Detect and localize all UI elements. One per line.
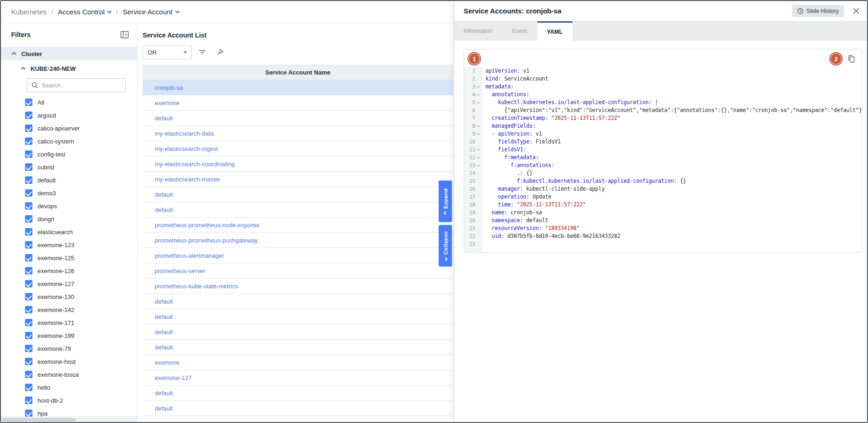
namespace-checkbox-item[interactable]: exemone-tosca	[25, 368, 137, 381]
tab-information[interactable]: Information	[454, 21, 502, 41]
service-account-row[interactable]: my-elasticsearch-ingest	[143, 141, 453, 156]
fold-chevron-icon[interactable]	[475, 133, 481, 135]
close-panel-button[interactable]	[851, 6, 861, 16]
checkbox-checked-icon[interactable]	[25, 267, 32, 274]
service-account-row[interactable]: my-elasticsearch-master	[143, 172, 453, 187]
service-account-row[interactable]: prometheus-prometheus-node-exporter	[143, 218, 453, 233]
namespace-checkbox-item[interactable]: default	[25, 174, 137, 187]
service-account-row[interactable]: exemone	[143, 95, 453, 111]
checkbox-checked-icon[interactable]	[25, 397, 32, 404]
sidebar-horizontal-scrollbar[interactable]	[1, 417, 137, 422]
filter-button[interactable]	[195, 45, 209, 59]
namespace-checkbox-item[interactable]: exemone-171	[25, 316, 137, 329]
checkbox-checked-icon[interactable]	[25, 254, 32, 261]
collapse-sidebar-button[interactable]	[120, 30, 130, 39]
checkbox-checked-icon[interactable]	[25, 176, 32, 184]
checkbox-checked-icon[interactable]	[25, 358, 32, 365]
service-account-row[interactable]: default	[143, 187, 453, 202]
checkbox-checked-icon[interactable]	[25, 99, 32, 106]
service-account-row[interactable]: default	[143, 111, 453, 126]
fold-chevron-icon[interactable]	[475, 94, 481, 95]
namespace-checkbox-item[interactable]: exemone-199	[25, 329, 137, 342]
namespace-checkbox-item[interactable]: host-db-2	[25, 394, 137, 407]
namespace-checkbox-item[interactable]: cubrid	[25, 161, 137, 174]
checkbox-checked-icon[interactable]	[25, 124, 32, 132]
service-account-row[interactable]: prometheus-alertmanager	[143, 248, 453, 263]
service-account-row[interactable]: default	[143, 202, 453, 218]
fold-chevron-icon[interactable]	[475, 157, 481, 158]
namespace-checkbox-item[interactable]: All	[25, 96, 137, 109]
namespace-checkbox-item[interactable]: calico-system	[25, 135, 137, 148]
checkbox-checked-icon[interactable]	[25, 137, 32, 145]
fold-chevron-icon[interactable]	[475, 125, 481, 127]
service-account-row[interactable]: default	[143, 401, 453, 416]
namespace-checkbox-item[interactable]: demo3	[25, 187, 137, 199]
scrollbar-thumb[interactable]	[2, 418, 76, 422]
service-account-row[interactable]: default	[143, 294, 453, 309]
checkbox-checked-icon[interactable]	[25, 150, 32, 158]
tree-node-kube-240-new[interactable]: KUBE-240-NEW	[1, 62, 137, 75]
breadcrumb-item-access-control[interactable]: Access Control	[58, 8, 112, 16]
checkbox-checked-icon[interactable]	[25, 215, 32, 223]
search-input[interactable]	[42, 82, 116, 89]
service-account-row[interactable]: default	[143, 386, 453, 401]
namespace-checkbox-item[interactable]: hello	[25, 381, 137, 394]
checkbox-checked-icon[interactable]	[25, 228, 32, 236]
service-account-row[interactable]: my-elasticsearch-data	[143, 126, 453, 141]
checkbox-checked-icon[interactable]	[25, 332, 32, 339]
tab-event[interactable]: Event	[502, 21, 537, 41]
checkbox-checked-icon[interactable]	[25, 345, 32, 352]
namespace-checkbox-item[interactable]: exemone-126	[25, 264, 137, 277]
service-account-row[interactable]: prometheus-prometheus-pushgateway	[143, 233, 453, 248]
namespace-checkbox-item[interactable]: exemone-125	[25, 251, 137, 264]
breadcrumb-root[interactable]: Kubernetes	[11, 8, 47, 16]
checkbox-checked-icon[interactable]	[25, 384, 32, 391]
service-account-row[interactable]: default	[143, 309, 453, 324]
service-account-row[interactable]: default	[143, 324, 453, 340]
service-account-row[interactable]: exemone	[143, 355, 453, 370]
fold-chevron-icon[interactable]	[475, 102, 481, 103]
filter-operator-select[interactable]: OR	[143, 45, 192, 59]
yaml-editor[interactable]: 1apiVersion: v12kind: ServiceAccount3met…	[464, 67, 862, 252]
namespace-checkbox-item[interactable]: exemone-142	[25, 303, 137, 316]
checkbox-checked-icon[interactable]	[25, 241, 32, 249]
namespace-checkbox-item[interactable]: calico-apiserver	[25, 122, 137, 135]
checkbox-checked-icon[interactable]	[25, 410, 32, 417]
namespace-checkbox-item[interactable]: config-test	[25, 148, 137, 161]
namespace-checkbox-item[interactable]: argocd	[25, 109, 137, 122]
service-account-row[interactable]: my-elasticsearch-coordinating	[143, 156, 453, 172]
service-account-row[interactable]: exemone-127	[143, 370, 453, 386]
checkbox-checked-icon[interactable]	[25, 293, 32, 300]
checkbox-checked-icon[interactable]	[25, 163, 32, 171]
checkbox-checked-icon[interactable]	[25, 280, 32, 287]
service-account-row[interactable]: cronjob-sa	[143, 80, 453, 95]
collapse-button[interactable]: Collapse	[439, 225, 452, 267]
checkbox-checked-icon[interactable]	[25, 319, 32, 326]
namespace-checkbox-item[interactable]: devops	[25, 199, 137, 212]
namespace-checkbox-item[interactable]: exemone-123	[25, 238, 137, 251]
slide-history-button[interactable]: Slide History	[792, 5, 844, 17]
fold-chevron-icon[interactable]	[475, 86, 481, 87]
service-account-row[interactable]: prometheus-kube-state-metrics	[143, 279, 453, 294]
pin-button[interactable]	[213, 45, 227, 59]
checkbox-checked-icon[interactable]	[25, 306, 32, 313]
checkbox-checked-icon[interactable]	[25, 202, 32, 210]
service-account-row[interactable]: default	[143, 340, 453, 355]
breadcrumb-item-service-account[interactable]: Service Account	[123, 8, 180, 16]
fold-chevron-icon[interactable]	[475, 149, 481, 150]
tab-yaml[interactable]: YAML	[537, 21, 572, 41]
tree-node-cluster[interactable]: Cluster	[1, 47, 137, 60]
fold-chevron-icon[interactable]	[475, 165, 481, 166]
checkbox-checked-icon[interactable]	[25, 189, 32, 197]
namespace-checkbox-item[interactable]: exemone-79	[25, 342, 137, 355]
namespace-checkbox-item[interactable]: exemone-host	[25, 355, 137, 368]
checkbox-checked-icon[interactable]	[25, 112, 32, 119]
table-column-header[interactable]: Service Account Name	[143, 65, 453, 80]
namespace-checkbox-item[interactable]: exemone-127	[25, 277, 137, 290]
namespace-checkbox-item[interactable]: elasticsearch	[25, 225, 137, 238]
service-account-row[interactable]: prometheus-server	[143, 263, 453, 279]
namespace-checkbox-item[interactable]: exemone-130	[25, 290, 137, 303]
copy-yaml-button[interactable]	[845, 53, 856, 64]
namespace-checkbox-item[interactable]: dongri	[25, 212, 137, 225]
checkbox-checked-icon[interactable]	[25, 371, 32, 378]
